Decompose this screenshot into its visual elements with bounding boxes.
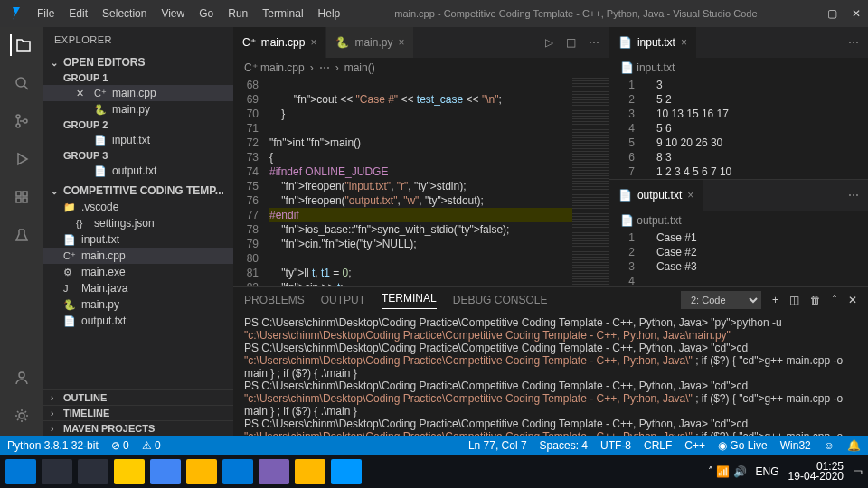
status-item[interactable]: Spaces: 4	[540, 439, 588, 452]
editor-tab[interactable]: 🐍main.py×	[326, 27, 414, 58]
open-editor-item[interactable]: 📄output.txt	[43, 163, 233, 179]
new-terminal-icon[interactable]: +	[772, 294, 778, 306]
accounts-icon[interactable]	[11, 367, 33, 389]
open-editor-item[interactable]: 🐍main.py	[43, 101, 233, 117]
tray-notifications[interactable]: ▭	[853, 465, 863, 478]
file-item[interactable]: 📄input.txt	[43, 231, 233, 248]
text-editor[interactable]: 1234 Case #1 Case #2 Case #3	[609, 230, 868, 286]
split-icon[interactable]: ◫	[566, 36, 576, 49]
run-icon[interactable]: ▷	[545, 36, 553, 49]
menu-terminal[interactable]: Terminal	[256, 4, 309, 23]
maximize-panel-icon[interactable]: ˄	[832, 294, 837, 306]
status-item[interactable]: ⊘ 0	[111, 439, 129, 452]
close-icon[interactable]: ×	[398, 36, 404, 49]
start-button[interactable]	[5, 459, 36, 484]
file-item[interactable]: 🐍main.py	[43, 296, 233, 313]
source-control-icon[interactable]	[11, 110, 33, 132]
settings-icon[interactable]	[11, 405, 33, 427]
taskbar-app[interactable]	[222, 459, 253, 484]
taskbar-cortana[interactable]	[78, 459, 108, 484]
breadcrumb[interactable]: 📄 input.txt	[609, 58, 868, 78]
maximize-button[interactable]: ▢	[827, 7, 837, 20]
file-item[interactable]: 📁.vscode	[43, 199, 233, 215]
run-icon[interactable]	[11, 148, 33, 170]
section-maven-projects[interactable]: ›MAVEN PROJECTS	[43, 420, 233, 436]
svg-point-8	[19, 372, 24, 378]
menu-go[interactable]: Go	[193, 4, 220, 23]
close-panel-icon[interactable]: ✕	[848, 294, 857, 306]
tray-date[interactable]: 19-04-2020	[788, 472, 844, 482]
taskbar-app[interactable]	[114, 459, 145, 484]
panel-tab-debug-console[interactable]: DEBUG CONSOLE	[453, 294, 548, 306]
status-item[interactable]: 🔔	[847, 439, 861, 452]
more-icon[interactable]: ⋯	[848, 36, 859, 49]
windows-taskbar: ˄ 📶 🔊 ENG 01:25 19-04-2020 ▭	[0, 455, 868, 488]
status-item[interactable]: ⚠ 0	[142, 439, 161, 452]
status-item[interactable]: ☺	[824, 439, 835, 452]
breadcrumb-item[interactable]: 📄 output.txt	[620, 214, 682, 227]
menu-view[interactable]: View	[155, 4, 191, 23]
breadcrumb-item[interactable]: ⋯	[319, 61, 330, 74]
status-item[interactable]: Win32	[780, 439, 811, 452]
breadcrumb-item[interactable]: C⁺ main.cpp	[244, 61, 305, 74]
taskbar-app[interactable]	[295, 459, 326, 484]
taskbar-search[interactable]	[42, 459, 72, 484]
breadcrumb[interactable]: C⁺ main.cpp › ⋯ › main()	[233, 58, 609, 78]
status-item[interactable]: UTF-8	[600, 439, 631, 452]
breadcrumb-item[interactable]: main()	[344, 61, 375, 74]
extensions-icon[interactable]	[11, 186, 33, 208]
file-item[interactable]: ⚙main.exe	[43, 264, 233, 280]
menu-run[interactable]: Run	[222, 4, 254, 23]
explorer-icon[interactable]	[10, 34, 32, 56]
open-editor-item[interactable]: ✕C⁺main.cpp	[43, 85, 233, 101]
editor-tab[interactable]: 📄input.txt×	[609, 27, 697, 58]
menu-help[interactable]: Help	[312, 4, 347, 23]
open-editors-header[interactable]: ⌄OPEN EDITORS	[43, 54, 233, 70]
panel-tab-problems[interactable]: PROBLEMS	[244, 294, 305, 306]
menu-selection[interactable]: Selection	[96, 4, 153, 23]
menu-file[interactable]: File	[31, 4, 61, 23]
folder-header[interactable]: ⌄COMPETITIVE CODING TEMP...	[43, 183, 233, 199]
terminal-select[interactable]: 2: Code	[681, 291, 761, 309]
more-icon[interactable]: ⋯	[848, 189, 859, 202]
status-item[interactable]: ◉ Go Live	[718, 439, 768, 452]
search-icon[interactable]	[11, 72, 33, 94]
more-icon[interactable]: ⋯	[589, 36, 599, 49]
menu-edit[interactable]: Edit	[62, 4, 94, 23]
file-item[interactable]: JMain.java	[43, 280, 233, 296]
close-icon[interactable]: ×	[681, 36, 687, 49]
section-outline[interactable]: ›OUTLINE	[43, 389, 233, 405]
taskbar-app[interactable]	[259, 459, 289, 484]
close-icon[interactable]: ×	[310, 36, 316, 49]
code-editor[interactable]: 6869707172737475767778798081828384858687…	[233, 78, 609, 286]
minimap[interactable]	[572, 78, 609, 286]
text-editor[interactable]: 1234567 3 5 2 10 13 15 16 17 5 6 9 10 20…	[609, 78, 868, 179]
status-item[interactable]: C++	[684, 439, 705, 452]
terminal[interactable]: PS C:\Users\chinm\Desktop\Coding Practic…	[233, 313, 868, 436]
editor-tab[interactable]: 📄output.txt×	[609, 180, 703, 211]
breadcrumb[interactable]: 📄 output.txt	[609, 211, 868, 230]
panel-tab-terminal[interactable]: TERMINAL	[382, 292, 437, 309]
open-editor-item[interactable]: 📄input.txt	[43, 132, 233, 148]
breadcrumb-item[interactable]: 📄 input.txt	[620, 61, 675, 74]
file-item[interactable]: C⁺main.cpp	[43, 248, 233, 264]
status-item[interactable]: Python 3.8.1 32-bit	[7, 439, 99, 452]
file-item[interactable]: 📄output.txt	[43, 313, 233, 329]
tray-icons[interactable]: ˄ 📶 🔊	[708, 465, 747, 478]
tray-lang[interactable]: ENG	[756, 465, 779, 478]
close-button[interactable]: ✕	[852, 7, 861, 20]
split-terminal-icon[interactable]: ◫	[789, 294, 799, 306]
taskbar-app[interactable]	[186, 459, 217, 484]
status-item[interactable]: Ln 77, Col 7	[468, 439, 527, 452]
taskbar-app[interactable]	[150, 459, 181, 484]
testing-icon[interactable]	[11, 224, 33, 246]
taskbar-vscode[interactable]	[331, 459, 362, 484]
kill-terminal-icon[interactable]: 🗑	[810, 294, 821, 306]
file-item[interactable]: {}settings.json	[43, 215, 233, 231]
section-timeline[interactable]: ›TIMELINE	[43, 405, 233, 420]
minimize-button[interactable]: ─	[805, 7, 813, 20]
close-icon[interactable]: ×	[687, 189, 693, 202]
editor-tab[interactable]: C⁺main.cpp×	[233, 27, 326, 58]
panel-tab-output[interactable]: OUTPUT	[321, 294, 365, 306]
status-item[interactable]: CRLF	[644, 439, 672, 452]
